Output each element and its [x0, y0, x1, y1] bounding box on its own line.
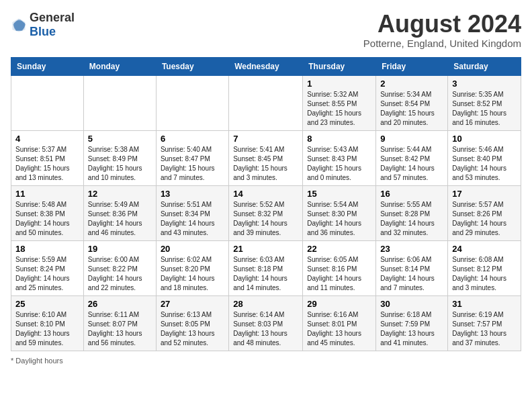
day-info: Sunrise: 5:46 AM Sunset: 8:40 PM Dayligh… [452, 145, 517, 183]
day-info: Sunrise: 5:59 AM Sunset: 8:24 PM Dayligh… [15, 255, 79, 293]
logo-blue: Blue [30, 25, 56, 38]
calendar-cell: 15Sunrise: 5:54 AM Sunset: 8:30 PM Dayli… [303, 185, 376, 240]
weekday-header-thursday: Thursday [303, 57, 376, 75]
weekday-header-saturday: Saturday [448, 57, 521, 75]
day-number: 25 [15, 299, 79, 309]
day-number: 19 [88, 244, 152, 254]
calendar-cell: 2Sunrise: 5:34 AM Sunset: 8:54 PM Daylig… [376, 75, 448, 130]
calendar-cell [11, 75, 84, 130]
day-info: Sunrise: 5:51 AM Sunset: 8:34 PM Dayligh… [161, 200, 224, 238]
day-info: Sunrise: 6:16 AM Sunset: 8:01 PM Dayligh… [307, 310, 371, 348]
weekday-header-row: SundayMondayTuesdayWednesdayThursdayFrid… [11, 57, 521, 75]
calendar-week-5: 25Sunrise: 6:10 AM Sunset: 8:10 PM Dayli… [11, 295, 521, 351]
day-info: Sunrise: 5:44 AM Sunset: 8:42 PM Dayligh… [380, 145, 443, 183]
day-number: 29 [307, 299, 371, 309]
calendar-cell: 16Sunrise: 5:55 AM Sunset: 8:28 PM Dayli… [376, 185, 448, 240]
day-number: 21 [233, 244, 298, 254]
footer-note: * Daylight hours [11, 357, 521, 365]
day-number: 12 [88, 189, 152, 199]
day-info: Sunrise: 5:40 AM Sunset: 8:47 PM Dayligh… [161, 145, 224, 183]
day-info: Sunrise: 6:10 AM Sunset: 8:10 PM Dayligh… [15, 310, 79, 348]
page-header: General Blue August 2024 Potterne, Engla… [11, 11, 521, 49]
calendar-cell: 1Sunrise: 5:32 AM Sunset: 8:55 PM Daylig… [303, 75, 376, 130]
footer-note-text: Daylight hours [15, 357, 62, 365]
calendar-cell: 7Sunrise: 5:41 AM Sunset: 8:45 PM Daylig… [229, 130, 303, 185]
calendar-table: SundayMondayTuesdayWednesdayThursdayFrid… [11, 57, 521, 351]
calendar-cell: 18Sunrise: 5:59 AM Sunset: 8:24 PM Dayli… [11, 240, 84, 295]
calendar-cell: 5Sunrise: 5:38 AM Sunset: 8:49 PM Daylig… [83, 130, 156, 185]
calendar-week-4: 18Sunrise: 5:59 AM Sunset: 8:24 PM Dayli… [11, 240, 521, 295]
weekday-header-monday: Monday [83, 57, 156, 75]
calendar-cell: 8Sunrise: 5:43 AM Sunset: 8:43 PM Daylig… [303, 130, 376, 185]
day-number: 24 [452, 244, 517, 254]
day-info: Sunrise: 5:35 AM Sunset: 8:52 PM Dayligh… [452, 90, 517, 128]
day-number: 22 [307, 244, 371, 254]
day-number: 10 [452, 134, 517, 144]
calendar-cell: 9Sunrise: 5:44 AM Sunset: 8:42 PM Daylig… [376, 130, 448, 185]
calendar-week-3: 11Sunrise: 5:48 AM Sunset: 8:38 PM Dayli… [11, 185, 521, 240]
location: Potterne, England, United Kingdom [363, 38, 521, 49]
day-info: Sunrise: 6:06 AM Sunset: 8:14 PM Dayligh… [380, 255, 443, 293]
calendar-cell: 12Sunrise: 5:49 AM Sunset: 8:36 PM Dayli… [83, 185, 156, 240]
calendar-cell: 28Sunrise: 6:14 AM Sunset: 8:03 PM Dayli… [229, 295, 303, 351]
calendar-cell: 10Sunrise: 5:46 AM Sunset: 8:40 PM Dayli… [448, 130, 521, 185]
day-number: 6 [161, 134, 224, 144]
day-info: Sunrise: 5:48 AM Sunset: 8:38 PM Dayligh… [15, 200, 79, 238]
day-number: 1 [307, 79, 371, 89]
day-number: 17 [452, 189, 517, 199]
calendar-cell: 6Sunrise: 5:40 AM Sunset: 8:47 PM Daylig… [156, 130, 228, 185]
day-info: Sunrise: 6:03 AM Sunset: 8:18 PM Dayligh… [233, 255, 298, 293]
day-number: 8 [307, 134, 371, 144]
calendar-cell: 24Sunrise: 6:08 AM Sunset: 8:12 PM Dayli… [448, 240, 521, 295]
calendar-cell: 27Sunrise: 6:13 AM Sunset: 8:05 PM Dayli… [156, 295, 228, 351]
day-number: 16 [380, 189, 443, 199]
day-info: Sunrise: 5:41 AM Sunset: 8:45 PM Dayligh… [233, 145, 298, 183]
calendar-cell: 13Sunrise: 5:51 AM Sunset: 8:34 PM Dayli… [156, 185, 228, 240]
calendar-cell: 17Sunrise: 5:57 AM Sunset: 8:26 PM Dayli… [448, 185, 521, 240]
day-info: Sunrise: 5:57 AM Sunset: 8:26 PM Dayligh… [452, 200, 517, 238]
day-info: Sunrise: 5:43 AM Sunset: 8:43 PM Dayligh… [307, 145, 371, 183]
day-info: Sunrise: 5:34 AM Sunset: 8:54 PM Dayligh… [380, 90, 443, 128]
calendar-cell: 26Sunrise: 6:11 AM Sunset: 8:07 PM Dayli… [83, 295, 156, 351]
weekday-header-wednesday: Wednesday [229, 57, 303, 75]
calendar-cell: 30Sunrise: 6:18 AM Sunset: 7:59 PM Dayli… [376, 295, 448, 351]
day-number: 7 [233, 134, 298, 144]
calendar-cell: 14Sunrise: 5:52 AM Sunset: 8:32 PM Dayli… [229, 185, 303, 240]
day-info: Sunrise: 5:54 AM Sunset: 8:30 PM Dayligh… [307, 200, 371, 238]
day-number: 27 [161, 299, 224, 309]
month-title: August 2024 [363, 11, 521, 38]
day-number: 28 [233, 299, 298, 309]
day-info: Sunrise: 6:18 AM Sunset: 7:59 PM Dayligh… [380, 310, 443, 348]
calendar-cell: 21Sunrise: 6:03 AM Sunset: 8:18 PM Dayli… [229, 240, 303, 295]
calendar-cell: 3Sunrise: 5:35 AM Sunset: 8:52 PM Daylig… [448, 75, 521, 130]
calendar-week-1: 1Sunrise: 5:32 AM Sunset: 8:55 PM Daylig… [11, 75, 521, 130]
calendar-cell: 29Sunrise: 6:16 AM Sunset: 8:01 PM Dayli… [303, 295, 376, 351]
logo-text: General Blue [30, 11, 75, 39]
day-number: 15 [307, 189, 371, 199]
calendar-cell [156, 75, 228, 130]
logo-general: General [30, 11, 75, 24]
weekday-header-tuesday: Tuesday [156, 57, 228, 75]
day-number: 26 [88, 299, 152, 309]
calendar-cell: 4Sunrise: 5:37 AM Sunset: 8:51 PM Daylig… [11, 130, 84, 185]
logo-icon [11, 17, 27, 33]
calendar-cell: 25Sunrise: 6:10 AM Sunset: 8:10 PM Dayli… [11, 295, 84, 351]
day-number: 11 [15, 189, 79, 199]
logo: General Blue [11, 11, 75, 39]
calendar-week-2: 4Sunrise: 5:37 AM Sunset: 8:51 PM Daylig… [11, 130, 521, 185]
calendar-cell: 31Sunrise: 6:19 AM Sunset: 7:57 PM Dayli… [448, 295, 521, 351]
day-number: 5 [88, 134, 152, 144]
day-info: Sunrise: 5:55 AM Sunset: 8:28 PM Dayligh… [380, 200, 443, 238]
day-info: Sunrise: 6:19 AM Sunset: 7:57 PM Dayligh… [452, 310, 517, 348]
day-info: Sunrise: 6:02 AM Sunset: 8:20 PM Dayligh… [161, 255, 224, 293]
calendar-body: 1Sunrise: 5:32 AM Sunset: 8:55 PM Daylig… [11, 75, 521, 351]
day-number: 9 [380, 134, 443, 144]
day-info: Sunrise: 6:13 AM Sunset: 8:05 PM Dayligh… [161, 310, 224, 348]
calendar-cell: 23Sunrise: 6:06 AM Sunset: 8:14 PM Dayli… [376, 240, 448, 295]
calendar-header: SundayMondayTuesdayWednesdayThursdayFrid… [11, 57, 521, 75]
calendar-cell: 11Sunrise: 5:48 AM Sunset: 8:38 PM Dayli… [11, 185, 84, 240]
calendar-cell [229, 75, 303, 130]
calendar-cell [83, 75, 156, 130]
day-number: 4 [15, 134, 79, 144]
day-number: 13 [161, 189, 224, 199]
